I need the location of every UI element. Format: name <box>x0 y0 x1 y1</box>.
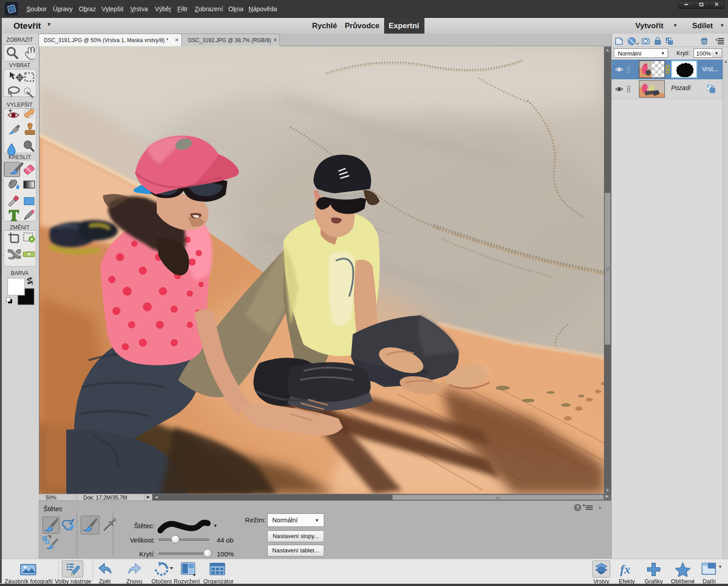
svg-text:fx: fx <box>620 563 630 576</box>
